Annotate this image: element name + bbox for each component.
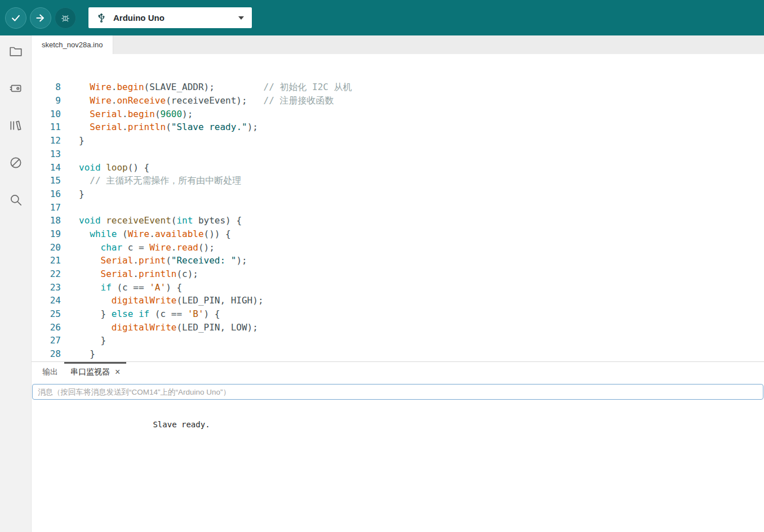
- code-line[interactable]: 11 Serial.println("Slave ready.");: [32, 120, 764, 134]
- serial-output: Slave ready.: [32, 400, 764, 532]
- line-text: digitalWrite(LED_PIN, HIGH);: [61, 294, 264, 307]
- code-line[interactable]: 27 }: [32, 334, 764, 347]
- close-icon[interactable]: ×: [115, 368, 120, 377]
- line-number: 24: [32, 294, 61, 307]
- line-number: 15: [32, 174, 61, 187]
- board-selector-label: Arduino Uno: [113, 13, 232, 23]
- line-text: // 主循环无需操作，所有由中断处理: [61, 174, 241, 187]
- serial-message-input[interactable]: [32, 384, 763, 400]
- main-area: sketch_nov28a.ino 8 Wire.begin(SLAVE_ADD…: [0, 35, 764, 532]
- line-text: }: [61, 334, 106, 347]
- code-line[interactable]: 22 Serial.println(c);: [32, 267, 764, 281]
- line-text: void receiveEvent(int bytes) {: [61, 214, 242, 227]
- line-text: Serial.begin(9600);: [61, 108, 193, 121]
- content-area: sketch_nov28a.ino 8 Wire.begin(SLAVE_ADD…: [32, 35, 764, 532]
- line-number: 14: [32, 161, 61, 175]
- tab-output-label: 输出: [42, 367, 58, 377]
- line-number: 28: [32, 347, 61, 361]
- code-line[interactable]: 13: [32, 147, 764, 161]
- code-line[interactable]: 26 digitalWrite(LED_PIN, LOW);: [32, 321, 764, 334]
- code-lines: 8 Wire.begin(SLAVE_ADDR); // 初始化 I2C 从机9…: [32, 81, 764, 361]
- code-line[interactable]: 12}: [32, 134, 764, 147]
- line-text: [61, 201, 79, 214]
- line-text: while (Wire.available()) {: [61, 227, 231, 241]
- line-text: Serial.print("Received: ");: [61, 254, 247, 267]
- tab-serial-monitor-label: 串口监视器: [70, 367, 110, 377]
- sidebar-item-boards-manager[interactable]: [8, 81, 24, 96]
- line-text: digitalWrite(LED_PIN, LOW);: [61, 321, 258, 334]
- line-text: Wire.begin(SLAVE_ADDR); // 初始化 I2C 从机: [61, 81, 352, 94]
- code-line[interactable]: 8 Wire.begin(SLAVE_ADDR); // 初始化 I2C 从机: [32, 81, 764, 94]
- line-text: [61, 147, 79, 161]
- line-text: Serial.println(c);: [61, 267, 198, 281]
- line-text: } else if (c == 'B') {: [61, 307, 220, 321]
- line-number: 19: [32, 227, 61, 241]
- code-line[interactable]: 15 // 主循环无需操作，所有由中断处理: [32, 174, 764, 187]
- code-line[interactable]: 21 Serial.print("Received: ");: [32, 254, 764, 267]
- line-number: 20: [32, 241, 61, 254]
- search-icon: [8, 193, 23, 207]
- bug-icon: [60, 12, 71, 24]
- library-icon: [8, 118, 23, 133]
- line-number: 22: [32, 267, 61, 281]
- code-line[interactable]: 17: [32, 201, 764, 214]
- code-line[interactable]: 16}: [32, 187, 764, 201]
- line-text: Wire.onReceive(receiveEvent); // 注册接收函数: [61, 94, 334, 108]
- code-line[interactable]: 28 }: [32, 347, 764, 361]
- code-line[interactable]: 18void receiveEvent(int bytes) {: [32, 214, 764, 227]
- line-text: if (c == 'A') {: [61, 281, 182, 294]
- chevron-down-icon: [238, 16, 244, 20]
- line-number: 9: [32, 94, 61, 108]
- line-number: 23: [32, 281, 61, 294]
- line-number: 11: [32, 120, 61, 134]
- tab-sketch-label: sketch_nov28a.ino: [42, 41, 103, 49]
- code-line[interactable]: 25 } else if (c == 'B') {: [32, 307, 764, 321]
- tab-output[interactable]: 输出: [36, 362, 64, 382]
- code-line[interactable]: 14void loop() {: [32, 161, 764, 175]
- line-number: 12: [32, 134, 61, 147]
- line-number: 16: [32, 187, 61, 201]
- sidebar-item-sketchbook[interactable]: [8, 43, 24, 59]
- line-number: 10: [32, 108, 61, 121]
- line-number: 13: [32, 147, 61, 161]
- upload-button[interactable]: [30, 7, 51, 29]
- line-number: 26: [32, 321, 61, 334]
- line-text: }: [61, 134, 85, 147]
- activity-sidebar: [0, 35, 32, 532]
- toolbar: Arduino Uno: [0, 0, 764, 35]
- line-number: 18: [32, 214, 61, 227]
- code-line[interactable]: 9 Wire.onReceive(receiveEvent); // 注册接收函…: [32, 94, 764, 108]
- usb-icon: [96, 12, 106, 24]
- code-editor[interactable]: 8 Wire.begin(SLAVE_ADDR); // 初始化 I2C 从机9…: [32, 54, 764, 361]
- line-number: 17: [32, 201, 61, 214]
- line-number: 21: [32, 254, 61, 267]
- debug-disabled-icon: [8, 155, 23, 170]
- board-selector[interactable]: Arduino Uno: [88, 7, 252, 28]
- folder-icon: [8, 44, 23, 59]
- tab-serial-monitor[interactable]: 串口监视器 ×: [64, 362, 126, 382]
- line-text: }: [61, 187, 85, 201]
- code-line[interactable]: 20 char c = Wire.read();: [32, 241, 764, 254]
- code-line[interactable]: 23 if (c == 'A') {: [32, 281, 764, 294]
- serial-output-text: Slave ready.: [153, 420, 210, 429]
- sidebar-item-debug[interactable]: [8, 155, 24, 171]
- check-icon: [10, 12, 21, 24]
- arrow-right-icon: [35, 12, 46, 24]
- panel-tab-bar: 输出 串口监视器 ×: [32, 362, 764, 382]
- tab-sketch[interactable]: sketch_nov28a.ino: [32, 35, 113, 54]
- verify-button[interactable]: [5, 7, 26, 29]
- code-line[interactable]: 10 Serial.begin(9600);: [32, 108, 764, 121]
- bottom-panel: 输出 串口监视器 × Slave ready.: [32, 361, 764, 532]
- board-icon: [8, 81, 23, 96]
- line-number: 25: [32, 307, 61, 321]
- debug-button[interactable]: [55, 7, 76, 29]
- editor-tab-bar: sketch_nov28a.ino: [32, 35, 764, 54]
- line-text: }: [61, 347, 95, 361]
- sidebar-item-library-manager[interactable]: [8, 118, 24, 133]
- code-line[interactable]: 24 digitalWrite(LED_PIN, HIGH);: [32, 294, 764, 307]
- line-text: char c = Wire.read();: [61, 241, 215, 254]
- line-number: 8: [32, 81, 61, 94]
- code-line[interactable]: 19 while (Wire.available()) {: [32, 227, 764, 241]
- line-number: 27: [32, 334, 61, 347]
- sidebar-item-search[interactable]: [8, 192, 24, 208]
